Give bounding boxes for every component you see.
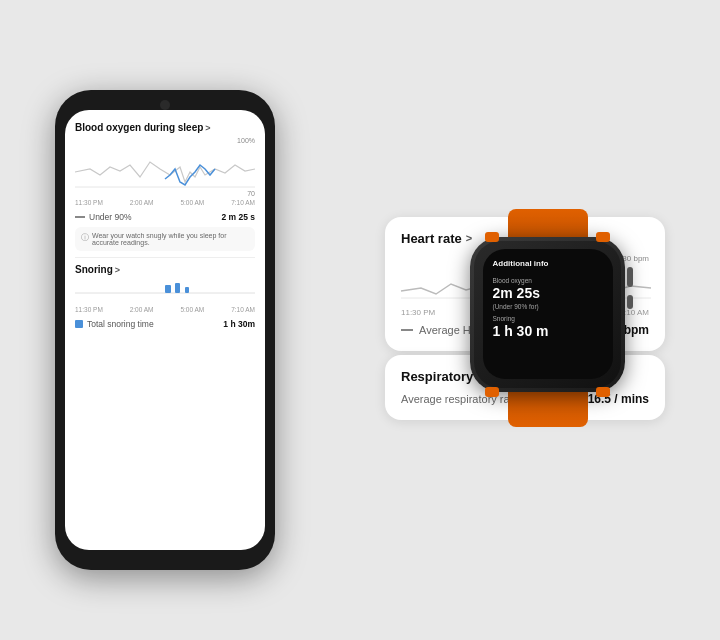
watch-lug-tl: [485, 232, 499, 242]
watch-title: Additional info: [493, 259, 603, 268]
watch-lug-bl: [485, 387, 499, 397]
right-panel: Heart rate > 80 bpm 11:30 PM 2:00 AM 5:0…: [385, 217, 665, 424]
info-icon: ⓘ: [81, 232, 89, 243]
watch: Additional info Blood oxygen 2m 25s (Und…: [460, 209, 635, 394]
under90-value: 2 m 25 s: [221, 212, 255, 222]
snoring-arrow: >: [115, 265, 120, 275]
watch-button-1: [627, 267, 633, 287]
watch-snoring-value: 1 h 30 m: [493, 324, 603, 339]
snoring-stat: Total snoring time 1 h 30m: [75, 319, 255, 329]
snoring-square: [75, 320, 83, 328]
svg-rect-3: [175, 283, 180, 293]
watch-lug-tr: [596, 232, 610, 242]
snoring-chart: [75, 279, 255, 304]
watch-snoring-label: Snoring: [493, 315, 603, 322]
divider: [75, 257, 255, 258]
watch-blood-oxygen-sub: (Under 90% for): [493, 303, 603, 310]
snoring-times: 11:30 PM 2:00 AM 5:00 AM 7:10 AM: [75, 306, 255, 313]
chart-bottom-label: 70: [247, 190, 255, 197]
watch-screen: Additional info Blood oxygen 2m 25s (Und…: [483, 249, 613, 379]
svg-rect-4: [185, 287, 189, 293]
snoring-title[interactable]: Snoring >: [75, 264, 255, 275]
heart-rate-dash: [401, 329, 413, 331]
phone-device: Blood oxygen during sleep > 100% 70 11:3…: [55, 90, 275, 570]
svg-rect-2: [165, 285, 171, 293]
watch-device: Additional info Blood oxygen 2m 25s (Und…: [460, 209, 635, 394]
watch-body: Additional info Blood oxygen 2m 25s (Und…: [470, 237, 625, 392]
watch-blood-oxygen-label: Blood oxygen: [493, 277, 603, 284]
main-scene: Blood oxygen during sleep > 100% 70 11:3…: [0, 0, 720, 640]
phone-notch: [160, 100, 170, 110]
phone-content: Blood oxygen during sleep > 100% 70 11:3…: [75, 122, 255, 329]
watch-band-bottom: [508, 392, 588, 427]
blood-oxygen-title[interactable]: Blood oxygen during sleep >: [75, 122, 255, 133]
chart-top-label: 100%: [237, 137, 255, 144]
watch-band-top: [508, 209, 588, 237]
info-box: ⓘ Wear your watch snugly while you sleep…: [75, 227, 255, 251]
watch-lug-br: [596, 387, 610, 397]
snoring-value: 1 h 30m: [223, 319, 255, 329]
blood-oxygen-arrow: >: [205, 123, 210, 133]
phone-screen: Blood oxygen during sleep > 100% 70 11:3…: [65, 110, 265, 550]
under90-stat: Under 90% 2 m 25 s: [75, 212, 255, 222]
under90-dash: [75, 216, 85, 218]
watch-button-2: [627, 295, 633, 309]
watch-blood-oxygen-value: 2m 25s: [493, 286, 603, 301]
respiratory-avg-label: Average respiratory rate: [401, 393, 519, 405]
blood-oxygen-chart: 100% 70: [75, 137, 255, 197]
